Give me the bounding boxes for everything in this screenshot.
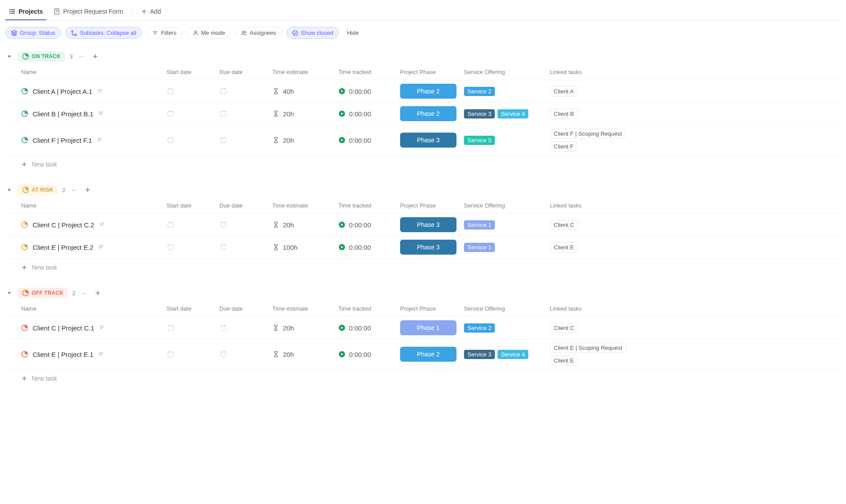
time-estimate-cell[interactable]: 20h xyxy=(272,110,338,118)
me-mode-button[interactable]: Me mode xyxy=(187,27,231,39)
collapse-caret-icon[interactable] xyxy=(5,186,13,194)
task-name[interactable]: Client C | Project C.1 xyxy=(33,324,94,332)
linked-cell[interactable]: Client B xyxy=(550,109,841,119)
task-name[interactable]: Client A | Project A.1 xyxy=(33,88,93,95)
new-task-button[interactable]: New task xyxy=(5,258,841,274)
time-tracked-cell[interactable]: 0:00:00 xyxy=(338,351,400,358)
col-time-tracked[interactable]: Time tracked xyxy=(338,305,400,312)
time-estimate-cell[interactable]: 20h xyxy=(272,137,338,144)
service-cell[interactable]: Service 1 xyxy=(464,220,550,230)
play-icon[interactable] xyxy=(338,110,345,117)
service-tag[interactable]: Service 5 xyxy=(464,136,495,145)
col-name[interactable]: Name xyxy=(21,305,167,312)
assignees-button[interactable]: Assignees xyxy=(235,27,282,39)
service-tag[interactable]: Service 4 xyxy=(497,109,528,119)
service-tag[interactable]: Service 1 xyxy=(464,220,495,230)
col-time-estimate[interactable]: Time estimate xyxy=(272,69,338,75)
service-tag[interactable]: Service 3 xyxy=(464,109,495,119)
description-icon[interactable] xyxy=(98,351,104,357)
time-tracked-cell[interactable]: 0:00:00 xyxy=(338,244,400,251)
phase-cell[interactable]: Phase 2 xyxy=(400,347,464,362)
linked-task-chip[interactable]: Client F | Scoping Request xyxy=(550,129,626,139)
due-date-cell[interactable] xyxy=(219,221,272,229)
col-due-date[interactable]: Due date xyxy=(219,305,272,312)
linked-task-chip[interactable]: Client C xyxy=(550,323,578,333)
play-icon[interactable] xyxy=(338,88,345,95)
service-tag[interactable]: Service 4 xyxy=(497,350,528,359)
collapse-caret-icon[interactable] xyxy=(5,289,13,297)
task-status-icon[interactable] xyxy=(21,351,28,358)
service-cell[interactable]: Service 2 xyxy=(464,87,550,96)
phase-cell[interactable]: Phase 3 xyxy=(400,240,464,255)
time-estimate-cell[interactable]: 40h xyxy=(272,88,338,95)
time-tracked-cell[interactable]: 0:00:00 xyxy=(338,110,400,118)
play-icon[interactable] xyxy=(338,351,345,358)
due-date-cell[interactable] xyxy=(219,243,272,251)
task-name[interactable]: Client C | Project C.2 xyxy=(33,221,94,229)
col-time-tracked[interactable]: Time tracked xyxy=(338,202,400,209)
description-icon[interactable] xyxy=(99,222,105,228)
col-time-tracked[interactable]: Time tracked xyxy=(338,69,400,75)
time-estimate-cell[interactable]: 20h xyxy=(272,324,338,332)
col-service-offering[interactable]: Service Offering xyxy=(464,202,550,209)
col-name[interactable]: Name xyxy=(21,69,167,75)
task-name[interactable]: Client B | Project B.1 xyxy=(33,110,93,118)
description-icon[interactable] xyxy=(96,137,103,143)
group-by-button[interactable]: Group: Status xyxy=(5,27,61,39)
linked-task-chip[interactable]: Client B xyxy=(550,109,578,119)
col-due-date[interactable]: Due date xyxy=(219,202,272,209)
col-project-phase[interactable]: Project Phase xyxy=(400,305,464,312)
start-date-cell[interactable] xyxy=(167,110,219,118)
linked-cell[interactable]: Client E | Scoping RequestClient E xyxy=(550,343,841,366)
collapse-caret-icon[interactable] xyxy=(5,52,13,60)
start-date-cell[interactable] xyxy=(167,243,219,251)
linked-task-chip[interactable]: Client F xyxy=(550,141,578,152)
service-cell[interactable]: Service 2 xyxy=(464,323,550,333)
new-task-button[interactable]: New task xyxy=(5,155,841,171)
service-tag[interactable]: Service 2 xyxy=(464,87,495,96)
due-date-cell[interactable] xyxy=(219,136,272,144)
phase-badge[interactable]: Phase 3 xyxy=(400,240,456,255)
time-tracked-cell[interactable]: 0:00:00 xyxy=(338,324,400,332)
new-task-button[interactable]: New task xyxy=(5,369,841,385)
linked-cell[interactable]: Client F | Scoping RequestClient F xyxy=(550,129,841,152)
service-cell[interactable]: Service 5 xyxy=(464,136,550,145)
group-status-pill[interactable]: AT RISK xyxy=(18,185,58,195)
tab-add[interactable]: Add xyxy=(137,4,164,20)
due-date-cell[interactable] xyxy=(219,87,272,95)
time-tracked-cell[interactable]: 0:00:00 xyxy=(338,137,400,144)
task-row[interactable]: Client E | Project E.2 100h 0:00:00 Phas… xyxy=(5,236,841,258)
group-add-button[interactable] xyxy=(93,289,103,297)
start-date-cell[interactable] xyxy=(167,324,219,332)
play-icon[interactable] xyxy=(338,137,345,144)
linked-task-chip[interactable]: Client E | Scoping Request xyxy=(550,343,626,353)
task-status-icon[interactable] xyxy=(21,88,28,95)
due-date-cell[interactable] xyxy=(219,110,272,118)
task-status-icon[interactable] xyxy=(21,324,28,331)
phase-badge[interactable]: Phase 3 xyxy=(400,217,456,232)
task-row[interactable]: Client B | Project B.1 20h 0:00:00 Phase… xyxy=(5,102,841,125)
linked-task-chip[interactable]: Client E xyxy=(550,356,578,366)
group-status-pill[interactable]: OFF TRACK xyxy=(18,288,68,298)
task-name[interactable]: Client E | Project E.1 xyxy=(33,351,93,358)
task-row[interactable]: Client F | Project F.1 20h 0:00:00 Phase… xyxy=(5,125,841,155)
show-closed-button[interactable]: Show closed xyxy=(286,27,339,39)
col-start-date[interactable]: Start date xyxy=(167,69,219,75)
start-date-cell[interactable] xyxy=(167,350,219,358)
task-name[interactable]: Client E | Project E.2 xyxy=(33,244,93,251)
tab-request-form[interactable]: Project Request Form xyxy=(50,4,126,20)
group-more-button[interactable]: ··· xyxy=(77,52,86,61)
col-service-offering[interactable]: Service Offering xyxy=(464,69,550,75)
play-icon[interactable] xyxy=(338,324,345,331)
hide-button[interactable]: Hide xyxy=(343,27,362,38)
group-more-button[interactable]: ··· xyxy=(70,185,78,194)
task-row[interactable]: Client E | Project E.1 20h 0:00:00 Phase… xyxy=(5,339,841,369)
task-status-icon[interactable] xyxy=(21,137,28,144)
task-status-icon[interactable] xyxy=(21,221,28,228)
linked-task-chip[interactable]: Client E xyxy=(550,242,578,252)
col-start-date[interactable]: Start date xyxy=(167,202,219,209)
task-row[interactable]: Client C | Project C.2 20h 0:00:00 Phase… xyxy=(5,213,841,236)
phase-badge[interactable]: Phase 2 xyxy=(400,106,456,121)
col-linked-tasks[interactable]: Linked tasks xyxy=(550,69,841,75)
task-row[interactable]: Client A | Project A.1 40h 0:00:00 Phase… xyxy=(5,80,841,102)
